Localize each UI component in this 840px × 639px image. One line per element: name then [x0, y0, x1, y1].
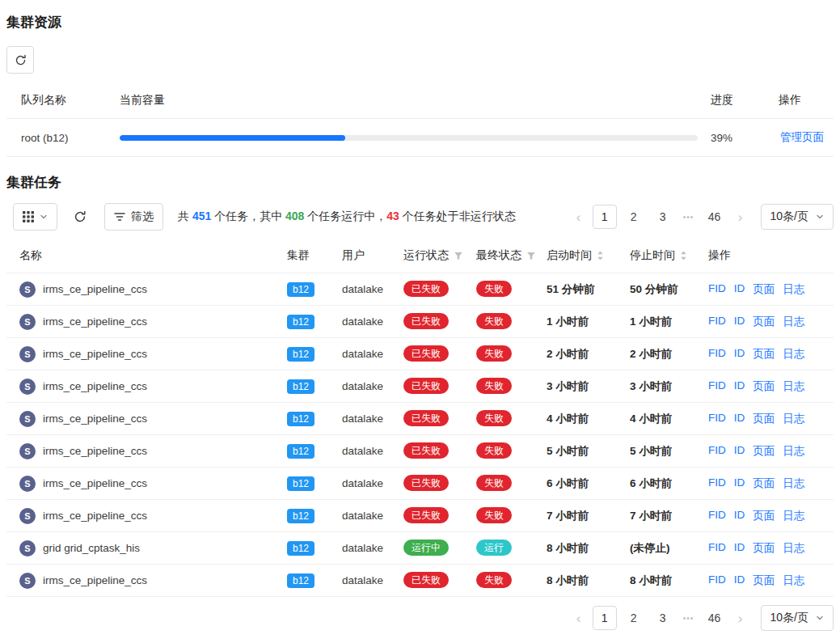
stop-time: 6 小时前 — [630, 468, 708, 500]
tasks-refresh-button[interactable] — [69, 203, 91, 231]
page-link[interactable]: 页面 — [753, 282, 775, 297]
funnel-icon[interactable] — [526, 251, 536, 260]
log-link[interactable]: 日志 — [783, 444, 804, 459]
fid-link[interactable]: FID — [708, 412, 726, 426]
filter-button[interactable]: 筛选 — [104, 203, 163, 231]
task-user: datalake — [342, 500, 403, 532]
start-time: 3 小时前 — [547, 370, 630, 403]
run-status-badge: 已失败 — [403, 281, 449, 297]
page-link[interactable]: 页面 — [753, 347, 775, 362]
page-size-value: 10条/页 — [770, 209, 808, 224]
avatar: S — [19, 476, 36, 492]
id-link[interactable]: ID — [734, 444, 745, 459]
page-button-3[interactable]: 3 — [651, 606, 675, 630]
fid-link[interactable]: FID — [708, 509, 726, 523]
manage-page-link[interactable]: 管理页面 — [780, 131, 824, 143]
log-link[interactable]: 日志 — [783, 379, 804, 394]
tasks-table: 名称 集群 用户 运行状态 最终状态 启动时间 — [6, 239, 834, 597]
stop-time: 3 小时前 — [630, 370, 708, 403]
summary-running-count: 408 — [285, 209, 304, 222]
col-header-start-time[interactable]: 启动时间 — [547, 239, 630, 273]
page-button-1[interactable]: 1 — [593, 205, 617, 229]
id-link[interactable]: ID — [734, 412, 745, 426]
page-link[interactable]: 页面 — [753, 541, 775, 556]
log-link[interactable]: 日志 — [783, 347, 804, 362]
page-button-last[interactable]: 46 — [703, 205, 727, 229]
col-header-name: 名称 — [6, 239, 287, 273]
cluster-badge: b12 — [287, 379, 314, 394]
task-user: datalake — [342, 435, 403, 468]
log-link[interactable]: 日志 — [783, 573, 804, 588]
id-link[interactable]: ID — [734, 282, 745, 297]
id-link[interactable]: ID — [734, 476, 745, 491]
final-status-badge: 运行 — [476, 540, 512, 556]
sort-icon[interactable] — [680, 250, 687, 261]
col-header-stop-time[interactable]: 停止时间 — [630, 239, 708, 273]
col-header-final-status-label: 最终状态 — [476, 248, 521, 263]
task-name: irms_ce_pipeline_ccs — [43, 574, 147, 586]
id-link[interactable]: ID — [734, 541, 745, 556]
log-link[interactable]: 日志 — [783, 412, 804, 426]
fid-link[interactable]: FID — [708, 444, 726, 459]
col-header-final-status[interactable]: 最终状态 — [476, 239, 547, 273]
log-link[interactable]: 日志 — [783, 541, 804, 556]
task-name: irms_ce_pipeline_ccs — [43, 477, 147, 489]
final-status-badge: 失败 — [476, 410, 512, 426]
page-button-2[interactable]: 2 — [622, 606, 646, 630]
page-link[interactable]: 页面 — [753, 476, 775, 491]
page-button-last[interactable]: 46 — [703, 606, 727, 630]
prev-page-button[interactable]: ‹ — [570, 611, 588, 625]
cluster-badge: b12 — [287, 444, 314, 459]
page-link[interactable]: 页面 — [753, 509, 775, 523]
page-link[interactable]: 页面 — [753, 412, 775, 426]
page-size-select[interactable]: 10条/页 — [761, 204, 834, 230]
run-status-badge: 已失败 — [403, 410, 449, 426]
col-header-run-status[interactable]: 运行状态 — [403, 239, 476, 273]
next-page-button[interactable]: › — [732, 611, 749, 625]
page-link[interactable]: 页面 — [753, 573, 775, 588]
id-link[interactable]: ID — [734, 347, 745, 362]
next-page-button[interactable]: › — [732, 210, 749, 224]
page-link[interactable]: 页面 — [753, 315, 775, 329]
final-status-badge: 失败 — [476, 378, 512, 394]
stop-time: 8 小时前 — [630, 565, 708, 597]
sort-icon[interactable] — [597, 250, 604, 261]
fid-link[interactable]: FID — [708, 347, 726, 362]
id-link[interactable]: ID — [734, 379, 745, 394]
fid-link[interactable]: FID — [708, 573, 726, 588]
run-status-badge: 已失败 — [403, 572, 449, 588]
page-button-1[interactable]: 1 — [593, 606, 617, 630]
table-row: Sirms_ce_pipeline_ccs b12 datalake 已失败 失… — [6, 500, 834, 532]
jump-pages-button[interactable]: ••• — [680, 213, 698, 222]
log-link[interactable]: 日志 — [783, 282, 804, 297]
page-link[interactable]: 页面 — [753, 379, 775, 394]
log-link[interactable]: 日志 — [783, 315, 804, 329]
task-user: datalake — [342, 273, 403, 306]
page-button-3[interactable]: 3 — [651, 205, 675, 229]
start-time: 2 小时前 — [547, 338, 630, 370]
funnel-icon[interactable] — [454, 251, 463, 260]
table-row: Sirms_ce_pipeline_ccs b12 datalake 已失败 失… — [6, 273, 834, 306]
avatar: S — [19, 443, 36, 459]
id-link[interactable]: ID — [734, 573, 745, 588]
fid-link[interactable]: FID — [708, 315, 726, 329]
page-button-2[interactable]: 2 — [622, 205, 646, 229]
summary-text: 个任务，其中 — [211, 209, 285, 222]
page-link[interactable]: 页面 — [753, 444, 775, 459]
id-link[interactable]: ID — [734, 315, 745, 329]
id-link[interactable]: ID — [734, 509, 745, 523]
log-link[interactable]: 日志 — [783, 476, 804, 491]
avatar: S — [19, 540, 36, 556]
fid-link[interactable]: FID — [708, 541, 726, 556]
resources-refresh-button[interactable] — [6, 46, 34, 74]
table-row: Sirms_ce_pipeline_ccs b12 datalake 已失败 失… — [6, 565, 834, 597]
log-link[interactable]: 日志 — [783, 509, 804, 523]
fid-link[interactable]: FID — [708, 379, 726, 394]
fid-link[interactable]: FID — [708, 282, 726, 297]
page-size-select[interactable]: 10条/页 — [761, 605, 834, 631]
jump-pages-button[interactable]: ••• — [680, 614, 698, 623]
fid-link[interactable]: FID — [708, 476, 726, 491]
prev-page-button[interactable]: ‹ — [570, 210, 588, 224]
columns-button[interactable] — [13, 203, 57, 231]
task-name: grid grid_cptask_his — [43, 542, 140, 554]
